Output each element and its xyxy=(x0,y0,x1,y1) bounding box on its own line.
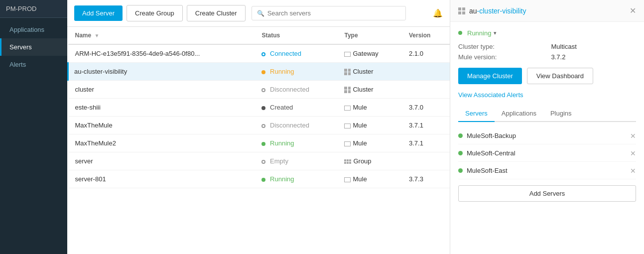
mule-version-label: Mule version: xyxy=(458,53,543,61)
table-row[interactable]: ARM-HC-e13e5f91-8356-4de9-a546-0f80... C… xyxy=(68,44,450,63)
sidebar-item-applications[interactable]: Applications xyxy=(0,21,67,38)
server-list: MuleSoft-Backup ✕ MuleSoft-Central ✕ Mul… xyxy=(458,128,636,179)
manage-cluster-button[interactable]: Manage Cluster xyxy=(458,68,522,84)
cluster-type-label: Cluster type: xyxy=(458,43,543,50)
detail-body: Running ▾ Cluster type: Multicast Mule v… xyxy=(450,22,644,254)
cell-status: Empty xyxy=(255,152,337,170)
status-label: Running xyxy=(467,29,491,37)
cell-type: Cluster xyxy=(337,81,402,99)
servers-table-area: Name ▼ Status Type Version ARM-HC-e13e5f… xyxy=(67,27,450,254)
search-input[interactable] xyxy=(267,9,400,17)
table-row[interactable]: au-cluster-visibility Running Cluster xyxy=(68,63,450,81)
cell-type: Mule xyxy=(337,170,402,188)
cell-version xyxy=(402,81,450,99)
table-row[interactable]: server Empty Group xyxy=(68,152,450,170)
server-item-left: MuleSoft-Central xyxy=(458,149,515,157)
detail-close-button[interactable]: ✕ xyxy=(630,6,636,15)
status-badge[interactable]: Running ▾ xyxy=(458,29,497,37)
add-servers-button[interactable]: Add Servers xyxy=(458,185,636,202)
status-dot xyxy=(261,160,265,164)
detail-panel: au-cluster-visibility ✕ Running ▾ Cluste… xyxy=(450,0,644,254)
cluster-type-value: Multicast xyxy=(551,43,637,50)
col-status: Status xyxy=(255,27,337,44)
cell-name: ARM-HC-e13e5f91-8356-4de9-a546-0f80... xyxy=(68,44,255,63)
detail-title: au-cluster-visibility xyxy=(469,7,526,15)
tab-plugins[interactable]: Plugins xyxy=(543,106,579,122)
status-dot xyxy=(261,88,265,92)
search-box: 🔍 xyxy=(252,6,406,20)
cell-status: Running xyxy=(255,63,337,81)
server-running-dot xyxy=(458,133,463,138)
status-dot xyxy=(261,142,265,146)
create-group-button[interactable]: Create Group xyxy=(127,5,183,21)
status-dot xyxy=(261,178,265,182)
cell-status: Disconnected xyxy=(255,117,337,134)
col-version: Version xyxy=(402,27,450,44)
servers-table: Name ▼ Status Type Version ARM-HC-e13e5f… xyxy=(67,27,450,188)
status-text: Disconnected xyxy=(270,122,309,129)
server-item-name: MuleSoft-East xyxy=(467,167,508,174)
tab-applications[interactable]: Applications xyxy=(495,106,543,122)
server-remove-button[interactable]: ✕ xyxy=(630,167,636,175)
detail-tabs: Servers Applications Plugins xyxy=(458,106,636,122)
table-row[interactable]: cluster Disconnected Cluster xyxy=(68,81,450,99)
cell-name: cluster xyxy=(68,81,255,99)
table-row[interactable]: server-801 Running Mule 3.7.3 xyxy=(68,170,450,188)
cell-name: este-shiii xyxy=(68,99,255,117)
server-remove-button[interactable]: ✕ xyxy=(630,149,636,157)
detail-actions: Manage Cluster View Dashboard xyxy=(458,68,636,84)
sidebar-logo-text: PM-PROD xyxy=(6,5,36,12)
cell-type: Gateway xyxy=(337,44,402,63)
sidebar-nav: Applications Servers Alerts xyxy=(0,18,67,73)
server-list-item: MuleSoft-East ✕ xyxy=(458,163,636,179)
cell-version: 3.7.1 xyxy=(402,117,450,134)
server-item-left: MuleSoft-Backup xyxy=(458,132,516,139)
status-text: Disconnected xyxy=(270,86,309,93)
cell-name: MaxTheMule2 xyxy=(68,134,255,152)
sidebar-item-alerts[interactable]: Alerts xyxy=(0,56,67,73)
bell-icon[interactable]: 🔔 xyxy=(433,8,443,18)
meta-grid: Cluster type: Multicast Mule version: 3.… xyxy=(458,43,636,61)
server-remove-button[interactable]: ✕ xyxy=(630,132,636,140)
view-alerts-link[interactable]: View Associated Alerts xyxy=(458,91,636,99)
sidebar-item-servers[interactable]: Servers xyxy=(0,38,67,56)
table-row[interactable]: MaxTheMule Disconnected Mule 3.7.1 xyxy=(68,117,450,134)
cell-version xyxy=(402,63,450,81)
sort-arrow: ▼ xyxy=(95,33,100,38)
cell-status: Connected xyxy=(255,44,337,63)
status-dot xyxy=(261,124,265,128)
cell-type: Mule xyxy=(337,134,402,152)
sidebar: PM-PROD Applications Servers Alerts xyxy=(0,0,67,254)
server-running-dot xyxy=(458,168,463,173)
server-running-dot xyxy=(458,151,463,155)
table-row[interactable]: este-shiii Created Mule 3.7.0 xyxy=(68,99,450,117)
table-row[interactable]: MaxTheMule2 Running Mule 3.7.1 xyxy=(68,134,450,152)
col-type: Type xyxy=(337,27,402,44)
cell-type: Mule xyxy=(337,99,402,117)
cell-version: 3.7.3 xyxy=(402,170,450,188)
server-item-name: MuleSoft-Central xyxy=(467,149,515,157)
server-item-left: MuleSoft-East xyxy=(458,167,508,174)
sidebar-logo: PM-PROD xyxy=(0,0,67,18)
cell-name: server-801 xyxy=(68,170,255,188)
server-list-item: MuleSoft-Central ✕ xyxy=(458,145,636,162)
status-dot xyxy=(261,106,265,110)
status-text: Connected xyxy=(270,50,301,57)
cell-version: 2.1.0 xyxy=(402,44,450,63)
server-item-name: MuleSoft-Backup xyxy=(467,132,516,139)
status-dot-green xyxy=(458,31,462,35)
search-icon: 🔍 xyxy=(257,10,264,17)
add-server-button[interactable]: Add Server xyxy=(74,5,123,21)
main-content: Add Server Create Group Create Cluster 🔍… xyxy=(67,0,450,254)
status-text: Running xyxy=(270,68,294,75)
create-cluster-button[interactable]: Create Cluster xyxy=(187,5,246,21)
cell-status: Running xyxy=(255,134,337,152)
status-dropdown-arrow: ▾ xyxy=(494,30,497,36)
cell-type: Mule xyxy=(337,117,402,134)
detail-grid-icon xyxy=(458,7,465,14)
cell-name: au-cluster-visibility xyxy=(68,63,255,81)
tab-servers[interactable]: Servers xyxy=(458,106,495,122)
status-dot xyxy=(261,70,265,74)
col-name[interactable]: Name ▼ xyxy=(68,27,255,44)
view-dashboard-button[interactable]: View Dashboard xyxy=(527,68,593,84)
